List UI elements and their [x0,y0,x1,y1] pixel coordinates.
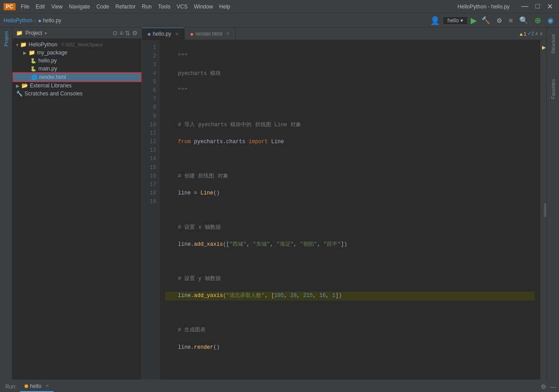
ext-libs-arrow: ▶ [16,83,20,88]
breadcrumb: HelloPython › ● hello.py [4,17,62,24]
tree-item-root[interactable]: ▾ 📁 HelloPython Y:\002_WorkSpace [12,41,141,49]
menu-edit[interactable]: Edit [33,3,48,11]
menu-tools[interactable]: Tools [155,3,173,11]
favorites-label[interactable]: Favorites [550,76,557,102]
root-arrow: ▾ [16,42,18,47]
menu-code[interactable]: Code [94,3,112,11]
left-strip: Project [0,28,12,380]
project-dropdown-icon: ▾ [45,31,47,36]
navbar: HelloPython › ● hello.py 👤 hello ▾ ▶ 🔨 ⚙… [0,13,559,28]
project-strip-btn[interactable]: Project [3,29,10,48]
run-button[interactable]: ▶ [471,16,477,25]
menu-help[interactable]: Help [216,3,233,11]
package-folder-icon: 📁 [29,50,35,56]
breadcrumb-root[interactable]: HelloPython [4,17,33,24]
project-panel: 📁 Project ▾ ⊙ ≡ ⇅ ⚙ ▾ 📁 HelloPython Y:\0… [12,28,142,380]
project-title: Project [25,30,42,36]
hello-py-tab-label: hello.py [153,31,171,37]
collapse-icon[interactable]: ≡ [120,29,123,37]
run-tab-close[interactable]: ✕ [45,383,49,389]
code-editor: 12345 678910 1112131415 16171819 """ pye… [142,40,547,380]
main-area: Project 📁 Project ▾ ⊙ ≡ ⇅ ⚙ ▾ 📁 HelloPyt… [0,28,559,380]
tab-render-html[interactable]: ● render.html ✕ [185,28,236,40]
run-tabs: Run: hello ✕ ⚙ — [0,380,559,392]
run-tab-hello[interactable]: hello ✕ [20,381,53,392]
gear-icon[interactable]: ⚙ [132,29,138,37]
app-logo: PC [4,3,16,10]
project-folder-icon: 📁 [16,30,23,36]
expand-warnings[interactable]: ∧ [535,31,538,37]
root-folder-icon: 📁 [20,41,27,48]
titlebar: PC File Edit View Navigate Code Refactor… [0,0,559,13]
render-html-tab-icon: ● [190,30,194,37]
project-header: 📁 Project ▾ ⊙ ≡ ⇅ ⚙ [12,28,141,39]
stop-button[interactable]: ■ [507,16,515,25]
build-button[interactable]: 🔨 [480,15,492,25]
ext-libs-label: External Libraries [30,83,71,89]
render-html-icon: 🌐 [31,74,37,80]
root-path: Y:\002_WorkSpace [61,42,103,47]
hello-py-tab-icon: ● [147,30,151,37]
close-button[interactable]: ✕ [544,2,555,11]
menu-refactor[interactable]: Refactor [113,3,138,11]
run-config-name: hello [447,17,459,24]
run-tab-dot [25,384,28,388]
run-config-selector[interactable]: hello ▾ [443,16,468,25]
menu-file[interactable]: File [18,3,32,11]
menu-view[interactable]: View [49,3,66,11]
git-icon: 👤 [430,16,440,25]
project-tree: ▾ 📁 HelloPython Y:\002_WorkSpace ▶ 📁 my_… [12,39,141,380]
menu-bar: File Edit View Navigate Code Refactor Ru… [18,3,449,11]
tree-item-external-libs[interactable]: ▶ 📂 External Libraries [12,82,141,90]
main-py-icon: 🐍 [30,66,37,72]
render-html-label: render.html [39,74,66,80]
structure-label[interactable]: Structure [550,31,557,57]
line-numbers: 12345 678910 1112131415 16171819 [142,40,160,380]
right-strip: Structure Favorites [547,28,559,380]
hello-py-icon: 🐍 [30,58,37,64]
tree-item-scratches[interactable]: 🔧 Scratches and Consoles [12,90,141,98]
tree-item-my-package[interactable]: ▶ 📁 my_package [12,49,141,57]
run-panel-tools: ⚙ — [540,382,557,391]
collapse-warnings[interactable]: ∨ [539,31,543,37]
render-html-tab-label: render.html [195,31,222,37]
settings-button[interactable]: ◉ [546,15,555,25]
code-content[interactable]: """ pyecharts 模块 """ # 导入 pyecharts 模块中的… [160,40,540,380]
warning-count[interactable]: ▲1 [519,31,526,37]
menu-vcs[interactable]: VCS [174,3,190,11]
editor-area: ● hello.py ✕ ● render.html ✕ ▲1 ✓2 ∧ ∨ 1… [142,28,547,380]
maximize-button[interactable]: □ [533,2,542,11]
hello-py-label: hello.py [38,58,57,64]
render-html-tab-close[interactable]: ✕ [226,31,230,37]
hello-py-tab-close[interactable]: ✕ [175,31,179,37]
package-arrow: ▶ [23,50,27,55]
scratches-icon: 🔧 [16,91,23,97]
window-title: HelloPython - hello.py [458,4,510,10]
ext-libs-folder-icon: 📂 [21,83,28,89]
bottom-panel: Run: hello ✕ ⚙ — ▶ 🔧 ↑ ↓ ⊞ ☰ ▸ Y:\002_Wo… [0,380,559,392]
warning-marker: ▶ [542,45,546,50]
debug-button[interactable]: ⚙ [495,16,504,25]
add-button[interactable]: ⊕ [533,15,543,26]
window-controls: — □ ✕ [518,2,555,11]
main-py-label: main.py [38,66,57,72]
run-panel-gear[interactable]: ⚙ [540,382,547,391]
menu-run[interactable]: Run [139,3,154,11]
tree-item-render-html[interactable]: 🌐 render.html [13,73,141,81]
tab-hello-py[interactable]: ● hello.py ✕ [142,28,185,40]
breadcrumb-separator: › [34,17,36,24]
locate-icon[interactable]: ⊙ [112,29,118,37]
project-tools: ⊙ ≡ ⇅ ⚙ [112,29,138,37]
menu-window[interactable]: Window [191,3,216,11]
error-count[interactable]: ✓2 [527,31,534,37]
tree-item-main-py[interactable]: 🐍 main.py [12,65,141,73]
breadcrumb-file: ● hello.py [38,17,62,24]
run-tab-label: hello [30,383,41,389]
menu-navigate[interactable]: Navigate [66,3,93,11]
tree-item-hello-py[interactable]: 🐍 hello.py [12,57,141,65]
expand-icon[interactable]: ⇅ [125,29,130,37]
search-button[interactable]: 🔍 [518,15,530,25]
run-panel-close[interactable]: — [549,382,557,391]
minimize-button[interactable]: — [518,2,531,11]
run-config-dropdown-icon: ▾ [460,17,463,24]
